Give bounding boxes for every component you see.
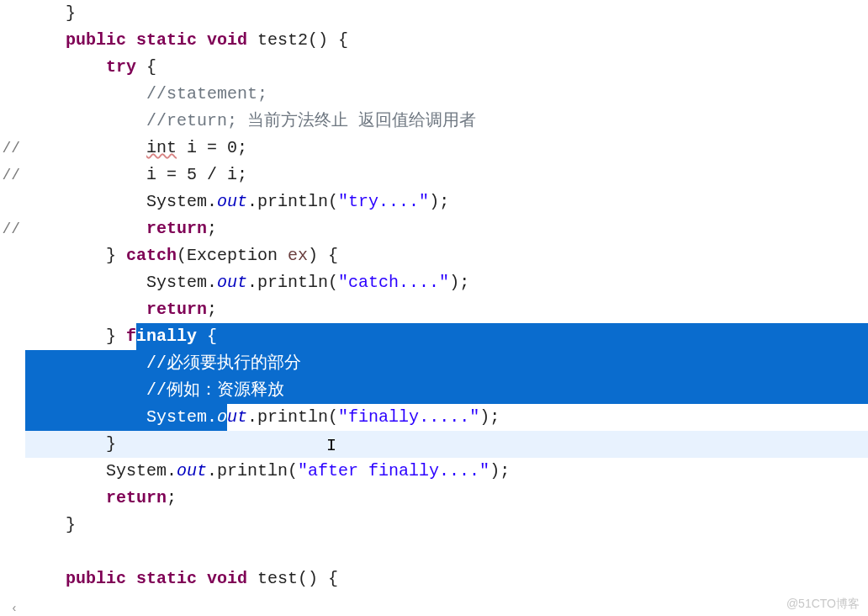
brace: { [136, 54, 156, 81]
code-line[interactable]: } finally { [25, 323, 868, 350]
field-out: out [177, 458, 207, 485]
call-system: System. [25, 189, 217, 215]
keyword-finally-rest: inally [136, 327, 207, 346]
punct: ); [449, 269, 469, 296]
scroll-left-button[interactable]: ‹ [7, 601, 22, 616]
call-system: System. [25, 458, 177, 485]
code-area[interactable]: } public static void test2() { try { //s… [25, 0, 868, 616]
code-line[interactable]: System.out.println("try...."); [25, 189, 868, 215]
code-line[interactable]: int i = 0; [25, 135, 868, 162]
code-line[interactable] [25, 539, 868, 566]
comment: //statement; [146, 81, 267, 108]
keyword-finally-f: f [126, 323, 136, 350]
indent [25, 54, 106, 81]
call-println: .println( [247, 189, 338, 215]
brace: } [25, 512, 76, 539]
keyword-try: try [106, 54, 136, 81]
code-line[interactable]: } [25, 0, 868, 27]
punct: ); [429, 189, 449, 215]
comment-chinese: //必须要执行的部分 [146, 350, 301, 377]
punct: ; [207, 215, 217, 242]
string-literal: "catch...." [338, 269, 449, 296]
call-println: .println( [207, 458, 298, 485]
indent [25, 485, 106, 512]
code-editor[interactable]: // // // } public static void test2() { … [0, 0, 868, 616]
keyword-public-static-void: public static void [66, 566, 247, 592]
keyword-return: return [146, 215, 207, 242]
gutter-marker: // [2, 215, 20, 242]
code-line[interactable]: return; [25, 215, 868, 242]
indent [25, 81, 146, 108]
code-line[interactable]: System.out.println("finally....."); [25, 404, 868, 431]
gutter-marker: // [2, 162, 20, 189]
method-signature: test2() { [247, 27, 348, 54]
call-println: .println( [247, 269, 338, 296]
code-line[interactable]: public static void test() { [25, 566, 868, 592]
indent [25, 215, 146, 242]
sel-prefix: System.o [25, 404, 227, 431]
comment-chinese: 当前方法终止 返回值给调用者 [247, 108, 476, 135]
code-line[interactable]: public static void test2() { [25, 27, 868, 54]
code-line[interactable]: return; [25, 296, 868, 323]
code-line-current[interactable]: } [25, 431, 868, 458]
brace: ) { [308, 242, 338, 269]
punct: ; [207, 296, 217, 323]
string-literal: "try...." [338, 189, 429, 215]
keyword-return: return [146, 296, 207, 323]
indent [25, 296, 146, 323]
code-line[interactable]: try { [25, 54, 868, 81]
gutter-marker: // [2, 135, 20, 162]
call-system: System. [25, 269, 217, 296]
field-out: out [217, 189, 247, 215]
call-println: .println( [247, 404, 338, 431]
text-caret-icon: I [326, 433, 327, 453]
var-decl: i = 0; [177, 135, 247, 162]
indent [25, 108, 146, 135]
indent [25, 27, 66, 54]
brace: { [207, 327, 217, 346]
catch-params: (Exception [177, 242, 288, 269]
param-ex: ex [288, 242, 308, 269]
keyword-public-static-void: public static void [66, 27, 247, 54]
string-literal: "finally....." [338, 404, 479, 431]
string-literal: "after finally...." [298, 458, 490, 485]
keyword-return: return [106, 485, 167, 512]
code-line[interactable]: System.out.println("catch...."); [25, 269, 868, 296]
indent [25, 162, 146, 189]
method-signature: test() { [247, 566, 338, 592]
code-line[interactable]: return; [25, 485, 868, 512]
punct: ); [479, 404, 500, 431]
indent [25, 566, 66, 592]
brace: } [25, 323, 126, 350]
code-line-selected[interactable]: //例如：资源释放 [25, 377, 868, 404]
field-out: ut [227, 404, 247, 431]
assignment: i = 5 / i; [146, 162, 247, 189]
brace: } [25, 0, 76, 27]
brace: } [25, 431, 116, 458]
code-line-selected[interactable]: //必须要执行的部分 [25, 350, 868, 377]
code-line[interactable]: System.out.println("after finally...."); [25, 458, 868, 485]
watermark: @51CTO博客 [786, 594, 860, 613]
indent [25, 135, 146, 162]
code-line[interactable]: } catch(Exception ex) { [25, 242, 868, 269]
code-line[interactable]: } [25, 512, 868, 539]
gutter: // // // [0, 0, 25, 616]
code-line[interactable]: //statement; [25, 81, 868, 108]
punct: ); [490, 458, 510, 485]
comment-chinese: //例如：资源释放 [146, 377, 284, 404]
type-int: int [146, 135, 177, 162]
code-line[interactable]: i = 5 / i; [25, 162, 868, 189]
code-line[interactable]: //return; 当前方法终止 返回值给调用者 [25, 108, 868, 135]
indent [25, 377, 146, 404]
punct: ; [167, 485, 177, 512]
keyword-catch: catch [126, 242, 177, 269]
field-out: out [217, 269, 247, 296]
comment: //return; [146, 108, 247, 135]
brace: } [25, 242, 126, 269]
indent [25, 350, 146, 377]
